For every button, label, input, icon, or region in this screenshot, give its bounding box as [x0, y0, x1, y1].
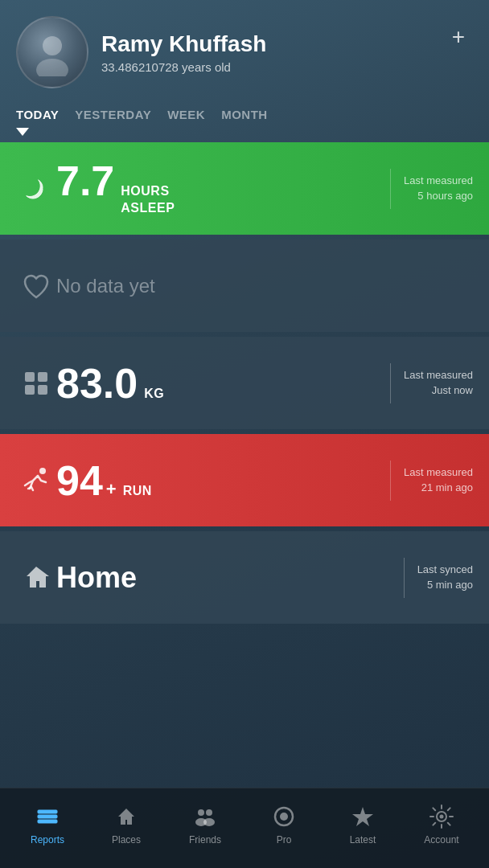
period-tabs: TODAY YESTERDAY WEEK MONTH [0, 96, 489, 125]
nav-account-label: Account [424, 834, 458, 845]
run-main: 94 + RUN [56, 460, 377, 502]
sleep-unit-1: HOURS [121, 183, 175, 200]
tab-month[interactable]: MONTH [221, 104, 268, 125]
user-info: Ramy Khuffash 33.486210728 years old [101, 31, 266, 75]
svg-point-15 [280, 813, 288, 821]
run-card[interactable]: 94 + RUN Last measured 21 min ago [0, 434, 489, 526]
user-age: 33.486210728 years old [101, 60, 266, 74]
run-icon [16, 463, 56, 498]
user-name: Ramy Khuffash [101, 31, 266, 58]
friends-icon [192, 804, 218, 829]
run-value: 94 [56, 460, 103, 502]
svg-marker-16 [352, 807, 373, 826]
weight-card[interactable]: 83.0 KG Last measured Just now [0, 337, 489, 429]
svg-rect-2 [25, 372, 35, 382]
weight-main: 83.0 KG [56, 362, 377, 404]
header: Ramy Khuffash 33.486210728 years old + [0, 0, 489, 96]
sleep-divider [390, 169, 391, 209]
latest-icon [350, 804, 376, 829]
svg-point-0 [43, 36, 62, 55]
nav-account[interactable]: Account [409, 804, 474, 845]
places-icon [113, 804, 139, 829]
svg-rect-5 [38, 385, 47, 395]
svg-rect-3 [38, 372, 47, 382]
nav-pro-label: Pro [277, 834, 292, 845]
sleep-meta-time: 5 hours ago [404, 189, 473, 203]
weight-icon [16, 367, 56, 399]
avatar [16, 16, 88, 88]
home-meta: Last synced 5 min ago [417, 563, 473, 592]
nav-reports[interactable]: Reports [15, 804, 80, 845]
home-meta-title: Last synced [417, 563, 473, 577]
nav-reports-label: Reports [31, 834, 64, 845]
svg-rect-9 [38, 820, 57, 823]
tab-week[interactable]: WEEK [167, 104, 205, 125]
bottom-nav: Reports Places Friends [0, 788, 489, 868]
nav-pro[interactable]: Pro [252, 804, 316, 845]
weight-divider [390, 363, 391, 403]
nav-latest[interactable]: Latest [331, 804, 395, 845]
sleep-main: 7.7 HOURS ASLEEP [56, 160, 377, 217]
svg-rect-7 [38, 810, 57, 813]
sleep-meta: Last measured 5 hours ago [404, 174, 473, 203]
run-plus: + [106, 479, 117, 500]
home-value: Home [56, 561, 137, 595]
home-divider [404, 558, 405, 598]
weight-unit: KG [144, 386, 164, 403]
weight-value: 83.0 [56, 362, 138, 404]
sleep-value: 7.7 [56, 160, 114, 202]
moon-icon [16, 173, 56, 205]
home-main: Home [56, 561, 391, 595]
layers-icon [35, 804, 60, 829]
heart-icon [16, 270, 56, 302]
cards-container: 7.7 HOURS ASLEEP Last measured 5 hours a… [0, 142, 489, 788]
run-meta-title: Last measured [404, 465, 473, 480]
nav-friends[interactable]: Friends [173, 804, 237, 845]
run-meta: Last measured 21 min ago [404, 465, 473, 494]
tab-yesterday[interactable]: YESTERDAY [75, 104, 151, 125]
sleep-unit-2: ASLEEP [121, 200, 175, 217]
home-meta-time: 5 min ago [417, 578, 473, 592]
weight-meta: Last measured Just now [404, 368, 473, 397]
heart-card[interactable]: No data yet [0, 240, 489, 332]
nav-latest-label: Latest [350, 834, 376, 845]
svg-point-11 [206, 809, 212, 816]
tab-indicator [0, 128, 489, 136]
nav-places[interactable]: Places [94, 804, 158, 845]
svg-rect-8 [38, 815, 57, 818]
svg-point-18 [440, 814, 444, 818]
svg-rect-4 [25, 385, 35, 395]
heart-nodata: No data yet [56, 275, 155, 297]
svg-point-1 [36, 59, 68, 76]
tab-today[interactable]: TODAY [16, 104, 59, 125]
active-tab-arrow [16, 128, 29, 136]
home-card[interactable]: Home Last synced 5 min ago [0, 531, 489, 624]
header-left: Ramy Khuffash 33.486210728 years old [16, 16, 266, 88]
svg-point-13 [203, 818, 215, 826]
run-meta-time: 21 min ago [404, 481, 473, 495]
sleep-card[interactable]: 7.7 HOURS ASLEEP Last measured 5 hours a… [0, 142, 489, 235]
account-icon [429, 804, 454, 829]
nav-places-label: Places [112, 834, 141, 845]
svg-point-6 [39, 468, 46, 474]
nav-friends-label: Friends [189, 834, 221, 845]
run-unit: RUN [123, 483, 152, 500]
location-icon [16, 562, 56, 594]
run-divider [390, 461, 391, 501]
svg-point-10 [198, 809, 204, 816]
add-button[interactable]: + [444, 23, 473, 51]
sleep-meta-title: Last measured [404, 174, 473, 188]
pro-icon [271, 804, 297, 829]
weight-meta-time: Just now [404, 383, 473, 398]
weight-meta-title: Last measured [404, 368, 473, 383]
